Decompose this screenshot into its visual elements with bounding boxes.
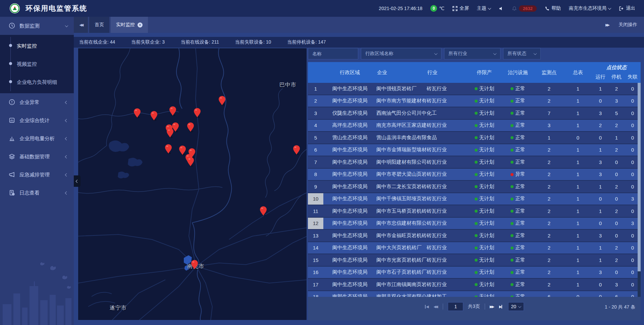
table-row[interactable]: 3仪陇生态环境局西南油气田分公司川中化工无计划正常71350 [308,107,641,120]
table-row[interactable]: 8阆中生态环境局阆中市枣碧大梁山页岩砖瓦行业无计划异常21300 [308,169,641,181]
name-filter-field[interactable] [308,48,358,59]
map-pin-icon[interactable] [150,111,158,122]
sidebar-item[interactable]: 应急减排管理 [0,166,74,184]
status-dot-icon [511,283,514,286]
row-seq: 18 [308,294,323,297]
row-monitor-count: 2 [535,196,564,202]
sidebar-item[interactable]: 日志查看 [0,184,74,202]
sidebar-subitem[interactable]: 实时监控 [0,37,74,55]
map-pin-icon[interactable] [187,122,194,133]
map-pin-icon[interactable] [165,144,172,155]
sidebar-item[interactable]: 企业异常 [0,93,74,111]
row-monitor-count: 2 [535,257,564,263]
status-text: 正常 [515,257,525,263]
region-filter-select[interactable]: 行政区域名称 [361,48,441,59]
table-row[interactable]: 11阆中生态环境局阆中市五马桥页岩机砖砖瓦行业无计划正常21120 [308,205,641,218]
table-row[interactable]: 1阆中生态环境局阆中强锐页岩砖厂砖瓦行业无计划正常21120 [308,83,641,95]
col-group-point-status: 点位状态 运行 停机 失联 [592,62,641,83]
close-tab-icon[interactable]: × [138,22,143,28]
table-row[interactable]: 16阆中生态环境局阆中市石子页岩机砖厂砖瓦行业无计划正常21300 [308,267,641,279]
close-operations-button[interactable]: 关闭操作 [619,22,637,28]
tab-label: 首页 [95,22,104,28]
table-row[interactable]: 6阆中生态环境局阆中市金博瑞新型墙材砖瓦行业无计划正常21120 [308,144,641,157]
page-size-select[interactable]: 20 [508,302,524,311]
status-text: 无计划 [479,98,494,103]
table-scrollbar[interactable] [638,83,641,297]
row-run-count: 3 [592,110,608,116]
table-row[interactable]: 5营山生态环境局营山县润丰肉食品有限食品无计划正常10010 [308,132,641,144]
notification-area[interactable]: 2632 [512,5,537,12]
table-row[interactable]: 2阆中生态环境局阆中市南方节能建材有砖瓦行业无计划正常21030 [308,95,641,108]
industry-filter-select[interactable]: 所有行业 [444,48,500,59]
prev-page-button[interactable]: ◀◀ [433,305,438,309]
row-industry: 砖瓦行业 [427,269,468,275]
tabs-scroll-right-button[interactable]: ▶▶ [605,23,610,27]
org-dropdown[interactable]: 南充市生态环境局 [569,5,611,11]
map-pin-icon[interactable] [166,128,174,139]
theme-dropdown[interactable]: 主题 [477,5,491,11]
map-panel[interactable]: 巴中市南充市遂宁市 [78,48,307,320]
status-text: 无计划 [479,183,494,189]
first-page-button[interactable]: ◀ [425,305,429,309]
table-row[interactable]: 15阆中生态环境局阆中市光富页岩机砖厂砖瓦行业无计划正常21120 [308,254,641,267]
row-company: 阆中大兴页岩机砖厂 [376,245,427,251]
tab-home[interactable]: 首页 [89,17,109,33]
status-dot-icon [475,149,478,152]
help-button[interactable]: 帮助 [545,5,561,11]
map-pin-icon[interactable] [218,96,226,107]
map-pin-icon[interactable] [133,108,141,119]
map-pin-icon[interactable] [187,157,194,168]
alert-icon [9,99,15,106]
name-filter-input[interactable] [312,51,354,56]
row-stop-plan-status: 无计划 [468,220,501,226]
gauge-icon [9,22,15,29]
row-industry: 砖瓦行业 [427,257,468,263]
table-row[interactable]: 12阆中生态环境局阆中市忠信建材有限公砖瓦行业无计划正常21003 [308,218,641,230]
map-pin-icon[interactable] [191,260,198,271]
map-pin-icon[interactable] [194,108,201,119]
row-region: 营山生态环境局 [323,134,376,141]
sidebar-subitem[interactable]: 企业电力负荷明细 [0,73,74,91]
sidebar-item[interactable]: 企业综合统计 [0,111,74,129]
divider [443,304,443,310]
row-region: 阆中生态环境局 [323,196,376,202]
map-pin-icon[interactable] [260,206,267,217]
table-row[interactable]: 13阆中生态环境局阆中市金福旺页岩机砖砖瓦行业无计划正常21300 [308,230,641,242]
sidebar-item[interactable]: 基础数据管理 [0,148,74,166]
last-page-button[interactable]: ▶ [499,305,503,309]
row-seq: 2 [308,98,323,104]
scrollbar-thumb[interactable] [638,83,641,271]
table-row[interactable]: 9阆中生态环境局阆中市二龙长宝页岩砖砖瓦行业无计划正常21120 [308,181,641,193]
status-dot-icon [511,149,514,152]
row-stop-plan-status: 无计划 [468,171,501,177]
tab-realtime-monitoring[interactable]: 实时监控 × [111,17,148,33]
app-header: 环保用电监管系统 2021-02-25 17:46:18 0 ℃ 全屏 主题 [0,0,644,17]
page-number-input[interactable] [448,302,463,311]
volume-icon[interactable] [499,6,504,11]
status-filter-select[interactable]: 所有状态 [503,48,541,59]
sidebar-subitem[interactable]: 视频监控 [0,55,74,73]
sidebar-item[interactable]: 企业用电量分析 [0,129,74,148]
sidebar-collapse-button[interactable] [74,175,80,187]
row-total-meter: 1 [564,122,592,128]
status-dot-icon [475,100,478,103]
next-page-button[interactable]: ▶▶ [490,305,494,309]
table-row[interactable]: 10阆中生态环境局阆中千佛镇五郎垭页岩砖瓦行业无计划正常21003 [308,193,641,206]
table-row[interactable]: 18南部生态环境局南部县双化水泥有限公建材加工无计划正常60060 [308,291,641,297]
row-stop-plan-status: 无计划 [468,122,501,128]
tabs-scroll-left-button[interactable]: ◀◀ [74,17,88,33]
fullscreen-button[interactable]: 全屏 [452,5,469,11]
table-row[interactable]: 14阆中生态环境局阆中大兴页岩机砖厂砖瓦行业无计划正常21120 [308,242,641,255]
row-seq: 12 [308,218,323,229]
status-dot-icon [511,271,514,274]
table-row[interactable]: 17阆中生态环境局阆中市江南镇阆南页岩砖瓦行业无计划正常21030 [308,279,641,291]
table-row[interactable]: 4高坪生态环境局南充市高坪区王家店建砖瓦行业无计划正常31220 [308,120,641,132]
row-company: 阆中市枣碧大梁山页岩 [376,171,427,177]
sidebar-item[interactable]: 数据监测 [0,17,74,35]
map-pin-icon[interactable] [293,145,300,156]
col-total-meter: 总表 [564,62,592,83]
exit-button[interactable]: 退出 [619,5,635,11]
table-row[interactable]: 7阆中生态环境局阆中明阳建材有限公司砖瓦行业无计划正常21300 [308,156,641,169]
map-pin-icon[interactable] [169,106,176,117]
divider [485,304,485,310]
